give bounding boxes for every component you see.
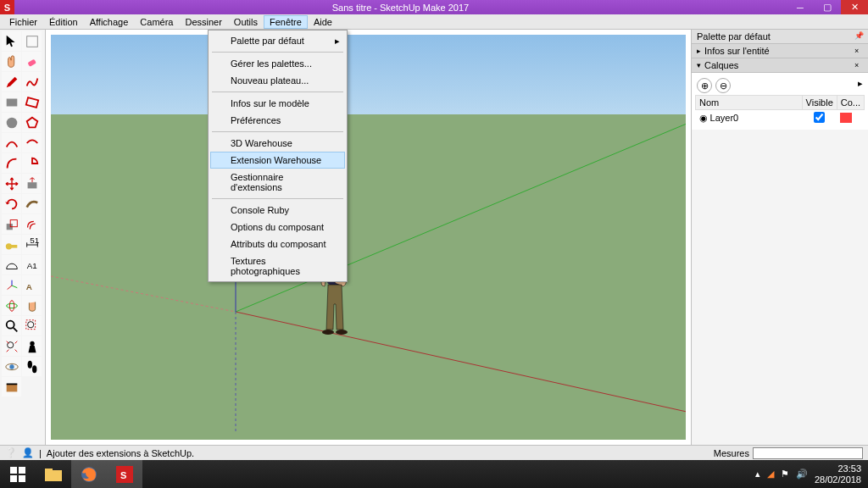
- minimize-button[interactable]: ─: [787, 0, 814, 14]
- statusbar: ❔ 👤 | Ajouter des extensions à SketchUp.…: [0, 445, 868, 460]
- text-tool[interactable]: A1: [22, 255, 42, 274]
- menu-item[interactable]: Extension Warehouse: [210, 152, 345, 169]
- zoom-extents-tool[interactable]: [2, 336, 21, 356]
- menu-item[interactable]: Palette par défaut: [210, 32, 345, 49]
- rotate-tool[interactable]: [2, 194, 21, 214]
- close-section-icon[interactable]: ×: [854, 47, 863, 55]
- pie-tool[interactable]: [22, 153, 42, 173]
- eraser-tool[interactable]: [22, 52, 42, 71]
- svg-point-17: [27, 321, 33, 327]
- help-icon[interactable]: ❔: [5, 447, 17, 458]
- layer-color-swatch[interactable]: [840, 113, 852, 123]
- menu-dessiner[interactable]: Dessiner: [179, 15, 227, 29]
- add-layer-button[interactable]: ⊕: [697, 78, 712, 93]
- axes-tool[interactable]: [2, 275, 21, 295]
- taskbar-firefox[interactable]: [71, 460, 107, 488]
- menu-item[interactable]: Console Ruby: [210, 202, 345, 219]
- taskbar-sketchup[interactable]: S: [107, 460, 142, 488]
- zoom-tool[interactable]: [2, 316, 21, 336]
- hand-tool[interactable]: [2, 52, 21, 71]
- taskbar: S ▴ ◢ ⚑ 🔊 23:53 28/02/2018: [0, 460, 868, 488]
- menu-separator: [212, 198, 343, 199]
- col-color[interactable]: Co...: [837, 96, 864, 110]
- section-label: Infos sur l'entité: [704, 46, 854, 56]
- 3dtext-tool[interactable]: A: [22, 275, 42, 295]
- axes-overlay: [51, 35, 686, 440]
- menu-fenetre-dropdown: Palette par défautGérer les palettes...N…: [208, 30, 348, 282]
- menu-affichage[interactable]: Affichage: [84, 15, 135, 29]
- measure-input[interactable]: [753, 447, 863, 459]
- circle-tool[interactable]: [2, 113, 21, 132]
- window-title: Sans titre - SketchUp Make 2017: [14, 3, 787, 13]
- info-tool[interactable]: [22, 31, 42, 51]
- pin-icon[interactable]: 📌: [854, 31, 863, 40]
- section-entity-info[interactable]: ▸ Infos sur l'entité ×: [692, 44, 868, 58]
- walk-tool[interactable]: [22, 357, 42, 376]
- menu-fenêtre[interactable]: Fenêtre: [264, 15, 308, 29]
- arc2-tool[interactable]: [22, 133, 42, 152]
- menu-item[interactable]: Préférences: [210, 112, 345, 129]
- pushpull-tool[interactable]: [22, 174, 42, 193]
- layer-visible-checkbox[interactable]: [814, 112, 825, 123]
- tray-flag-icon[interactable]: ⚑: [781, 469, 789, 480]
- menu-item[interactable]: Gestionnaire d'extensions: [210, 169, 345, 196]
- col-name[interactable]: Nom: [696, 96, 803, 110]
- tray-volume-icon[interactable]: 🔊: [796, 469, 808, 480]
- menu-aide[interactable]: Aide: [308, 15, 338, 29]
- orbit-tool[interactable]: [2, 296, 21, 315]
- dimension-tool[interactable]: 51: [22, 235, 42, 254]
- menu-édition[interactable]: Édition: [43, 15, 84, 29]
- move-tool[interactable]: [2, 174, 21, 193]
- section-tool[interactable]: [2, 377, 21, 396]
- position-camera-tool[interactable]: [22, 336, 42, 356]
- close-section-icon[interactable]: ×: [854, 61, 863, 69]
- pan-tool[interactable]: [22, 296, 42, 315]
- layer-menu-icon[interactable]: ▸: [858, 78, 863, 93]
- close-button[interactable]: ✕: [841, 0, 868, 14]
- table-row[interactable]: ◉ Layer0: [696, 110, 865, 127]
- look-around-tool[interactable]: [2, 357, 21, 376]
- pencil-tool[interactable]: [2, 72, 21, 92]
- maximize-button[interactable]: ▢: [814, 0, 841, 14]
- menu-item[interactable]: Attributs du composant: [210, 236, 345, 252]
- menu-item[interactable]: Textures photographiques: [210, 252, 345, 280]
- rectangle-tool[interactable]: [2, 92, 21, 112]
- menu-item[interactable]: Options du composant: [210, 219, 345, 236]
- tray-up-icon[interactable]: ▴: [755, 469, 760, 480]
- menu-item[interactable]: Infos sur le modèle: [210, 95, 345, 112]
- section-layers[interactable]: ▾ Calques ×: [692, 58, 868, 73]
- svg-point-20: [30, 341, 34, 345]
- taskbar-explorer[interactable]: [36, 460, 71, 488]
- remove-layer-button[interactable]: ⊖: [715, 78, 731, 93]
- menu-outils[interactable]: Outils: [228, 15, 264, 29]
- freehand-tool[interactable]: [22, 72, 42, 92]
- menu-item[interactable]: Nouveau plateau...: [210, 72, 345, 89]
- svg-rect-35: [19, 467, 25, 474]
- section-label: Calques: [704, 60, 854, 70]
- menu-item[interactable]: 3D Warehouse: [210, 135, 345, 152]
- clock[interactable]: 23:53 28/02/2018: [815, 463, 861, 484]
- start-button[interactable]: [0, 460, 36, 488]
- arc-tool[interactable]: [2, 133, 21, 152]
- scale-tool[interactable]: [2, 214, 21, 234]
- offset-tool[interactable]: [22, 214, 42, 234]
- menu-item[interactable]: Gérer les palettes...: [210, 55, 345, 72]
- tray-av-icon[interactable]: ◢: [767, 469, 774, 480]
- tape-tool[interactable]: [2, 235, 21, 254]
- geo-icon[interactable]: 👤: [22, 447, 34, 458]
- protractor-tool[interactable]: [2, 255, 21, 274]
- zoom-window-tool[interactable]: [22, 316, 42, 336]
- viewport-canvas[interactable]: [51, 35, 686, 440]
- rotated-rect-tool[interactable]: [22, 92, 42, 112]
- followme-tool[interactable]: [22, 194, 42, 214]
- arc3-tool[interactable]: [2, 153, 21, 173]
- select-tool[interactable]: [2, 31, 21, 51]
- svg-point-32: [322, 330, 334, 335]
- menu-caméra[interactable]: Caméra: [134, 15, 179, 29]
- menu-separator: [212, 92, 343, 92]
- col-visible[interactable]: Visible: [802, 96, 837, 110]
- layer-radio-icon[interactable]: ◉: [699, 113, 708, 123]
- polygon-tool[interactable]: [22, 113, 42, 132]
- menu-fichier[interactable]: Fichier: [3, 15, 43, 29]
- menu-separator: [212, 131, 343, 132]
